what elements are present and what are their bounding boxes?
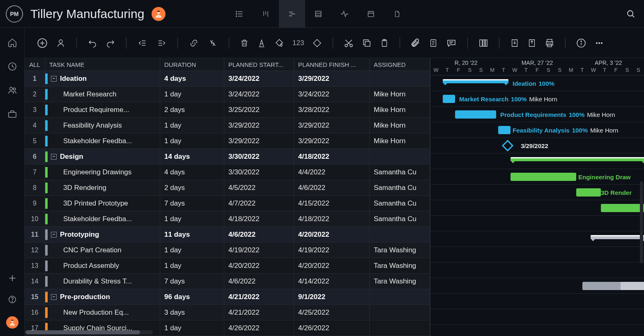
table-row[interactable]: 10Stakeholder Feedba...1 day4/18/20224/1… bbox=[25, 211, 430, 227]
gantt-row[interactable]: 3/29/2022 bbox=[430, 138, 644, 153]
home-icon[interactable] bbox=[7, 38, 17, 48]
gantt-row[interactable] bbox=[430, 263, 644, 278]
task-bar[interactable] bbox=[511, 173, 576, 181]
task-name-cell[interactable]: Market Research bbox=[45, 87, 160, 102]
summary-bar[interactable] bbox=[591, 235, 644, 239]
table-row[interactable]: 2Market Research1 day3/24/20223/24/2022M… bbox=[25, 87, 430, 102]
gantt-row[interactable] bbox=[430, 200, 644, 216]
view-file-icon[interactable] bbox=[384, 0, 410, 28]
col-header-start[interactable]: PLANNED START... bbox=[224, 58, 294, 71]
task-name-cell[interactable]: Product Assembly bbox=[45, 258, 160, 274]
finish-cell[interactable]: 4/20/2022 bbox=[294, 227, 370, 242]
table-row[interactable]: 6−Design14 days3/30/20224/18/2022 bbox=[25, 149, 430, 165]
finish-cell[interactable]: 4/15/2022 bbox=[294, 196, 370, 211]
finish-cell[interactable]: 9/1/2022 bbox=[294, 289, 370, 305]
col-header-all[interactable]: ALL bbox=[25, 58, 45, 71]
start-cell[interactable]: 4/19/2022 bbox=[224, 242, 294, 258]
table-row[interactable]: 3Product Requireme...2 days3/25/20223/28… bbox=[25, 102, 430, 118]
assigned-cell[interactable] bbox=[370, 227, 430, 242]
assigned-cell[interactable]: Mike Horn bbox=[370, 118, 430, 133]
user-avatar-small[interactable] bbox=[6, 316, 18, 329]
assigned-cell[interactable]: Mike Horn bbox=[370, 133, 430, 149]
table-row[interactable]: 5Stakeholder Feedba...1 day3/29/20223/29… bbox=[25, 133, 430, 149]
task-bar[interactable] bbox=[601, 204, 644, 212]
milestone-icon[interactable] bbox=[312, 38, 322, 48]
start-cell[interactable]: 4/18/2022 bbox=[224, 211, 294, 227]
add-task-icon[interactable] bbox=[37, 38, 48, 48]
assigned-cell[interactable]: Mike Horn bbox=[370, 102, 430, 118]
table-row[interactable]: 16New Production Eq...3 days4/21/20224/2… bbox=[25, 305, 430, 320]
collapse-icon[interactable]: − bbox=[51, 294, 57, 300]
task-name-cell[interactable]: Stakeholder Feedba... bbox=[45, 211, 160, 227]
table-row[interactable]: 7Engineering Drawings4 days3/30/20224/4/… bbox=[25, 165, 430, 180]
gantt-row[interactable] bbox=[430, 278, 644, 294]
duration-cell[interactable]: 1 day bbox=[160, 87, 224, 102]
duration-cell[interactable]: 14 days bbox=[160, 149, 224, 165]
gantt-chart[interactable]: R, 20 '22MAR, 27 '22APR, 3 '22 WTFSSMTWT… bbox=[430, 58, 644, 336]
duration-cell[interactable]: 2 days bbox=[160, 102, 224, 118]
table-row[interactable]: 14Durability & Stress T...7 days4/6/2022… bbox=[25, 274, 430, 289]
outdent-icon[interactable] bbox=[137, 39, 148, 48]
print-icon[interactable] bbox=[545, 38, 554, 48]
col-header-duration[interactable]: DURATION bbox=[160, 58, 224, 71]
view-activity-icon[interactable] bbox=[331, 0, 358, 28]
summary-bar[interactable] bbox=[511, 157, 644, 161]
gantt-row[interactable]: 3D Render bbox=[430, 185, 644, 200]
notes-icon[interactable] bbox=[429, 38, 438, 48]
view-gantt-icon[interactable] bbox=[279, 0, 305, 28]
task-name-cell[interactable]: Durability & Stress T... bbox=[45, 274, 160, 289]
finish-cell[interactable]: 3/24/2022 bbox=[294, 87, 370, 102]
task-name-cell[interactable]: Engineering Drawings bbox=[45, 165, 160, 180]
collapse-icon[interactable]: − bbox=[51, 76, 57, 82]
gantt-row[interactable] bbox=[430, 216, 644, 231]
start-cell[interactable]: 3/24/2022 bbox=[224, 87, 294, 102]
start-cell[interactable]: 3/30/2022 bbox=[224, 165, 294, 180]
collapse-icon[interactable]: − bbox=[51, 154, 57, 160]
duration-cell[interactable]: 96 days bbox=[160, 289, 224, 305]
duration-cell[interactable]: 3 days bbox=[160, 305, 224, 320]
gantt-row[interactable] bbox=[430, 153, 644, 169]
avatar[interactable] bbox=[152, 7, 166, 21]
assigned-cell[interactable]: Tara Washing bbox=[370, 274, 430, 289]
finish-cell[interactable]: 3/29/2022 bbox=[294, 71, 370, 87]
assigned-cell[interactable]: Tara Washing bbox=[370, 242, 430, 258]
redo-icon[interactable] bbox=[106, 38, 115, 48]
assigned-cell[interactable] bbox=[370, 149, 430, 165]
finish-cell[interactable]: 3/29/2022 bbox=[294, 133, 370, 149]
add-icon[interactable] bbox=[8, 274, 17, 283]
copy-icon[interactable] bbox=[362, 38, 372, 48]
gantt-row[interactable] bbox=[430, 231, 644, 247]
start-cell[interactable]: 4/21/2022 bbox=[224, 305, 294, 320]
table-row[interactable]: 15−Pre-production96 days4/21/20229/1/202… bbox=[25, 289, 430, 305]
duration-cell[interactable]: 4 days bbox=[160, 71, 224, 87]
start-cell[interactable]: 3/30/2022 bbox=[224, 149, 294, 165]
col-header-name[interactable]: TASK NAME bbox=[45, 58, 160, 71]
duration-cell[interactable]: 7 days bbox=[160, 196, 224, 211]
table-row[interactable]: 11−Prototyping11 days4/6/20224/20/2022 bbox=[25, 227, 430, 242]
finish-cell[interactable]: 4/4/2022 bbox=[294, 165, 370, 180]
assigned-cell[interactable] bbox=[370, 320, 430, 336]
task-name-cell[interactable]: −Prototyping bbox=[45, 227, 160, 242]
finish-cell[interactable]: 4/6/2022 bbox=[294, 180, 370, 196]
duration-cell[interactable]: 1 day bbox=[160, 211, 224, 227]
finish-cell[interactable]: 3/28/2022 bbox=[294, 102, 370, 118]
paste-icon[interactable] bbox=[380, 38, 389, 48]
assigned-cell[interactable]: Samantha Cu bbox=[370, 211, 430, 227]
duration-cell[interactable]: 1 day bbox=[160, 118, 224, 133]
table-row[interactable]: 13Product Assembly1 day4/20/20224/20/202… bbox=[25, 258, 430, 274]
assigned-cell[interactable]: Tara Washing bbox=[370, 258, 430, 274]
finish-cell[interactable]: 4/26/2022 bbox=[294, 320, 370, 336]
view-calendar-icon[interactable] bbox=[358, 0, 384, 28]
gantt-scrollbar[interactable] bbox=[640, 181, 643, 263]
more-icon[interactable] bbox=[594, 38, 604, 48]
start-cell[interactable]: 4/6/2022 bbox=[224, 274, 294, 289]
duration-cell[interactable]: 1 day bbox=[160, 133, 224, 149]
task-name-cell[interactable]: New Production Eq... bbox=[45, 305, 160, 320]
col-header-finish[interactable]: PLANNED FINISH ... bbox=[294, 58, 370, 71]
assigned-cell[interactable] bbox=[370, 289, 430, 305]
duration-cell[interactable]: 1 day bbox=[160, 242, 224, 258]
unlink-icon[interactable] bbox=[207, 39, 218, 48]
gantt-row[interactable] bbox=[430, 309, 644, 325]
task-name-cell[interactable]: −Ideation bbox=[45, 71, 160, 87]
finish-cell[interactable]: 4/25/2022 bbox=[294, 305, 370, 320]
